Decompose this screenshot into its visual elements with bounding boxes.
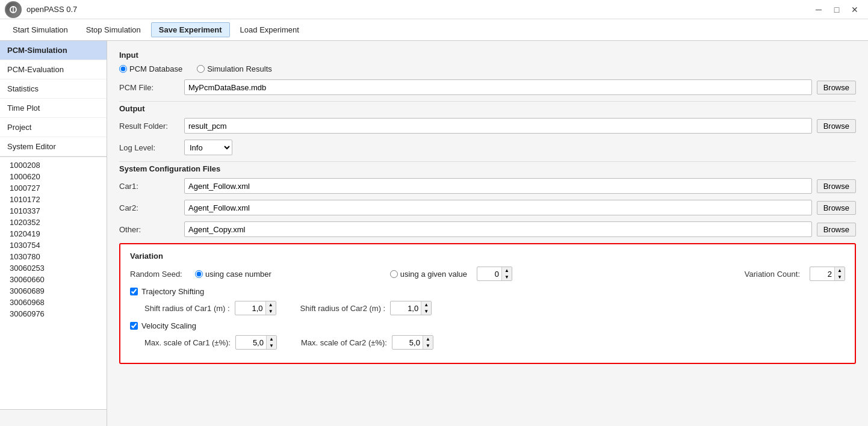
using-given-value-radio[interactable]: using a given value: [390, 270, 467, 279]
save-experiment-button[interactable]: Save Experiment: [151, 22, 230, 37]
sidebar-item-project[interactable]: Project: [0, 118, 107, 137]
maximize-button[interactable]: □: [828, 1, 845, 18]
result-folder-label: Result Folder:: [119, 122, 179, 131]
simulation-results-radio-input[interactable]: [197, 65, 205, 73]
list-item[interactable]: 1020419: [0, 228, 107, 239]
load-experiment-button[interactable]: Load Experiment: [232, 22, 307, 37]
given-value-up-arrow[interactable]: ▲: [502, 267, 512, 274]
pcm-file-row: PCM File: MyPcmDataBase.mdb Browse: [119, 79, 856, 95]
toolbar: Start Simulation Stop Simulation Save Ex…: [0, 19, 868, 41]
max-scale-car2-up-arrow[interactable]: ▲: [423, 336, 433, 342]
shift-radius-car1-spinbox: ▲ ▼: [235, 301, 276, 315]
sidebar-item-pcm-evaluation[interactable]: PCM-Evaluation: [0, 60, 107, 79]
list-item[interactable]: 30060253: [0, 262, 107, 274]
shift-radius-car1-down-arrow[interactable]: ▼: [266, 308, 276, 315]
car1-input[interactable]: [184, 178, 812, 194]
car2-browse-button[interactable]: Browse: [817, 201, 856, 215]
variation-count-spinbox: ▲ ▼: [810, 267, 845, 281]
shift-radius-car2-group: Shift radius of Car2 (m) : ▲ ▼: [300, 301, 432, 315]
list-item[interactable]: 30060660: [0, 274, 107, 285]
list-item[interactable]: 1000620: [0, 171, 107, 182]
window-controls: ─ □ ✕: [810, 1, 863, 18]
simulation-results-radio[interactable]: Simulation Results: [197, 64, 272, 73]
list-item[interactable]: 1000727: [0, 182, 107, 194]
car2-label: Car2:: [119, 203, 179, 212]
result-folder-input[interactable]: [184, 118, 812, 134]
car2-row: Car2: Browse: [119, 200, 856, 215]
result-folder-browse-button[interactable]: Browse: [817, 119, 856, 133]
close-button[interactable]: ✕: [846, 1, 863, 18]
divider-1: [119, 101, 856, 102]
list-item[interactable]: 30060968: [0, 297, 107, 308]
log-level-label: Log Level:: [119, 143, 179, 152]
list-item[interactable]: 1030754: [0, 239, 107, 251]
list-item[interactable]: 30060689: [0, 285, 107, 297]
minimize-button[interactable]: ─: [810, 1, 827, 18]
velocity-scaling-subsection: Max. scale of Car1 (±%): ▲ ▼ Max. scale …: [144, 335, 845, 350]
car1-browse-button[interactable]: Browse: [817, 179, 856, 193]
system-config-section-label: System Configuration Files: [119, 164, 856, 173]
shift-radius-car2-arrows: ▲ ▼: [421, 301, 431, 315]
shift-radius-car2-up-arrow[interactable]: ▲: [421, 301, 431, 308]
max-scale-car1-input[interactable]: [236, 336, 266, 349]
pcm-file-input[interactable]: MyPcmDataBase.mdb: [184, 79, 812, 95]
app-logo: [5, 1, 22, 18]
given-value-down-arrow[interactable]: ▼: [502, 274, 512, 280]
pcm-database-radio-input[interactable]: [119, 65, 127, 73]
variation-count-down-arrow[interactable]: ▼: [835, 274, 845, 280]
sidebar-bottom-bar: [0, 409, 107, 426]
sidebar: PCM-Simulation PCM-Evaluation Statistics…: [0, 41, 107, 426]
content-area: PCM-Simulation PCM-Evaluation Statistics…: [0, 41, 868, 426]
sidebar-item-statistics[interactable]: Statistics: [0, 79, 107, 99]
max-scale-car1-up-arrow[interactable]: ▲: [267, 336, 276, 342]
list-item[interactable]: 1000208: [0, 159, 107, 171]
given-value-input[interactable]: [477, 267, 501, 280]
app-container: Start Simulation Stop Simulation Save Ex…: [0, 19, 868, 426]
pcm-database-radio[interactable]: PCM Database: [119, 64, 182, 73]
sidebar-item-system-editor[interactable]: System Editor: [0, 137, 107, 156]
list-item[interactable]: 1030780: [0, 251, 107, 262]
max-scale-car2-input[interactable]: [392, 336, 423, 349]
velocity-scaling-checkbox[interactable]: [130, 322, 138, 330]
log-level-select[interactable]: Debug Info Warning Error: [184, 140, 232, 155]
output-section-label: Output: [119, 104, 856, 113]
variation-count-up-arrow[interactable]: ▲: [835, 267, 845, 274]
other-input[interactable]: [184, 221, 812, 237]
car2-input[interactable]: [184, 200, 812, 215]
list-item[interactable]: 1020352: [0, 217, 107, 228]
shift-radius-car1-input[interactable]: [235, 301, 265, 315]
shift-radius-car1-label: Shift radius of Car1 (m) :: [144, 304, 230, 313]
shift-radius-car2-down-arrow[interactable]: ▼: [421, 308, 431, 315]
shift-radius-row: Shift radius of Car1 (m) : ▲ ▼ Shift rad…: [144, 301, 845, 315]
shift-radius-car2-input[interactable]: [391, 301, 421, 315]
start-simulation-button[interactable]: Start Simulation: [5, 22, 76, 37]
input-section-label: Input: [119, 51, 856, 60]
car1-row: Car1: Browse: [119, 178, 856, 194]
using-given-value-radio-input[interactable]: [390, 270, 398, 278]
trajectory-shifting-subsection: Shift radius of Car1 (m) : ▲ ▼ Shift rad…: [144, 301, 845, 315]
other-row: Other: Browse: [119, 221, 856, 237]
using-case-number-radio-input[interactable]: [195, 270, 203, 278]
variation-count-input[interactable]: [810, 267, 834, 280]
list-item[interactable]: 1010337: [0, 205, 107, 217]
car1-label: Car1:: [119, 182, 179, 191]
max-scale-car2-down-arrow[interactable]: ▼: [423, 342, 433, 349]
max-scale-car2-label: Max. scale of Car2 (±%):: [301, 338, 387, 347]
shift-radius-car1-up-arrow[interactable]: ▲: [266, 301, 276, 308]
max-scale-row: Max. scale of Car1 (±%): ▲ ▼ Max. scale …: [144, 335, 845, 350]
variation-count-label: Variation Count:: [745, 270, 800, 279]
using-case-number-radio[interactable]: using case number: [195, 270, 271, 279]
max-scale-car2-spinbox: ▲ ▼: [392, 335, 433, 350]
list-item[interactable]: 30060976: [0, 308, 107, 320]
velocity-scaling-label: Velocity Scaling: [141, 321, 196, 330]
max-scale-car1-down-arrow[interactable]: ▼: [267, 342, 276, 349]
trajectory-shifting-checkbox[interactable]: [130, 288, 138, 295]
main-panel: Input PCM Database Simulation Results PC…: [107, 41, 868, 426]
max-scale-car2-arrows: ▲ ▼: [423, 336, 433, 349]
pcm-file-browse-button[interactable]: Browse: [817, 81, 856, 94]
sidebar-item-time-plot[interactable]: Time Plot: [0, 99, 107, 118]
other-browse-button[interactable]: Browse: [817, 223, 856, 236]
stop-simulation-button[interactable]: Stop Simulation: [78, 22, 149, 37]
sidebar-item-pcm-simulation[interactable]: PCM-Simulation: [0, 41, 107, 60]
list-item[interactable]: 1010172: [0, 194, 107, 205]
